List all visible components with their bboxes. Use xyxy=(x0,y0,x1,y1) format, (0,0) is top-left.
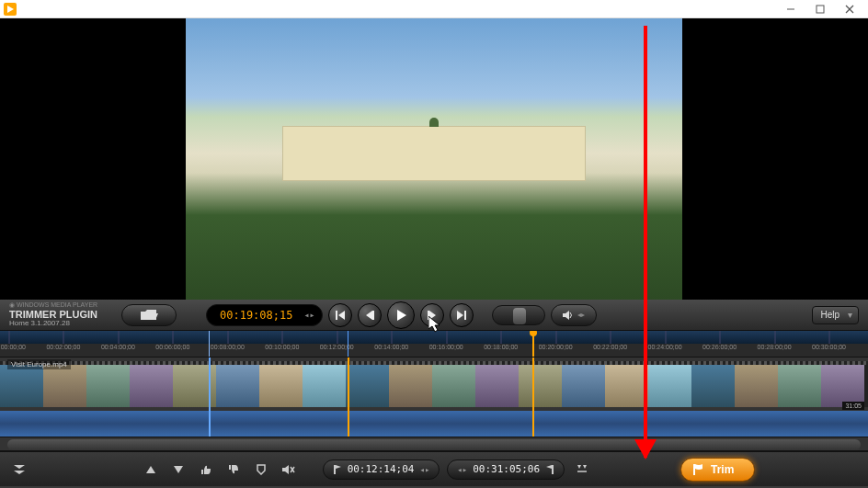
ruler-tick: 00:22:00;00 xyxy=(593,344,627,350)
audio-waveform xyxy=(0,411,868,437)
svg-rect-24 xyxy=(552,465,554,474)
ruler-tick: 00:02:00;00 xyxy=(46,344,80,350)
svg-marker-6 xyxy=(338,311,345,320)
svg-rect-10 xyxy=(428,311,429,320)
trim-button[interactable]: Trim xyxy=(680,458,755,482)
svg-marker-19 xyxy=(282,465,289,474)
timeline-ruler[interactable]: 00:00:00;0000:02:00;0000:04:00;0000:06:0… xyxy=(0,330,868,357)
svg-marker-18 xyxy=(174,466,183,473)
ruler-tick: 00:08:00;00 xyxy=(211,344,245,350)
menu-toggle-button[interactable] xyxy=(9,460,29,480)
ruler-tick: 00:24:00;00 xyxy=(648,344,682,350)
ruler-tick: 00:10:00;00 xyxy=(265,344,299,350)
filmstrip-track[interactable]: Visit Europe.mp4 31:05 xyxy=(0,357,868,437)
goto-start-button[interactable] xyxy=(328,303,352,327)
svg-rect-22 xyxy=(334,465,336,474)
filmstrip-thumbnail[interactable] xyxy=(389,365,432,411)
step-forward-button[interactable] xyxy=(420,303,444,327)
open-file-button[interactable] xyxy=(121,304,177,326)
svg-marker-27 xyxy=(583,465,587,469)
svg-rect-13 xyxy=(464,311,466,320)
filmstrip-thumbnail[interactable] xyxy=(130,365,173,411)
product-label: ◉ WINDOWS MEDIA PLAYER TRIMMER PLUGIN Ho… xyxy=(9,301,110,328)
video-frame xyxy=(186,18,682,300)
clear-markers-button[interactable] xyxy=(572,460,592,480)
total-duration-label: 31:05 xyxy=(842,402,864,410)
in-point-marker[interactable] xyxy=(209,357,211,437)
mute-button[interactable] xyxy=(279,460,299,480)
minimize-button[interactable] xyxy=(776,0,805,18)
help-dropdown[interactable]: Help xyxy=(812,306,859,324)
thumbs-up-button[interactable] xyxy=(196,460,216,480)
filmstrip-thumbnail[interactable] xyxy=(86,365,130,411)
svg-marker-7 xyxy=(366,311,372,320)
scrollbar-thumb[interactable] xyxy=(7,439,861,450)
out-flag-icon xyxy=(545,465,554,474)
filmstrip-thumbnail[interactable] xyxy=(648,365,691,411)
filmstrip-thumbnail[interactable] xyxy=(432,365,475,411)
svg-rect-8 xyxy=(372,311,374,320)
filmstrip-thumbnail[interactable] xyxy=(43,365,86,411)
in-point-timecode[interactable]: 00:12:14;04 ◂▸ xyxy=(323,460,440,480)
ruler-tick: 00:26:00;00 xyxy=(702,344,737,350)
ruler-tick: 00:30:00;00 xyxy=(812,344,846,350)
svg-marker-15 xyxy=(14,465,25,469)
timecode-stepper-icon[interactable]: ◂▸ xyxy=(303,310,314,320)
filmstrip-thumbnail[interactable] xyxy=(562,365,605,411)
out-tc-value: 00:31:05;06 xyxy=(473,463,540,475)
timeline-scrollbar[interactable] xyxy=(0,437,868,451)
product-line1: WINDOWS MEDIA PLAYER xyxy=(17,301,97,308)
filmstrip-thumbnail[interactable] xyxy=(778,365,821,411)
ruler-out-marker[interactable] xyxy=(532,331,534,357)
filmstrip-thumbnail[interactable] xyxy=(259,365,303,411)
svg-rect-5 xyxy=(336,311,337,320)
playback-controls: ◉ WINDOWS MEDIA PLAYER TRIMMER PLUGIN Ho… xyxy=(0,300,868,330)
play-button[interactable] xyxy=(387,301,415,329)
filmstrip-thumbnail[interactable] xyxy=(475,365,519,411)
svg-marker-25 xyxy=(546,465,552,469)
ruler-tick: 00:04:00;00 xyxy=(101,344,135,350)
ruler-tick: 00:12:00;00 xyxy=(320,344,354,350)
product-version: Home 3.1.2007.28 xyxy=(9,320,110,328)
video-preview-area xyxy=(0,18,868,300)
volume-button[interactable]: ◂▸ xyxy=(551,304,597,326)
marker-button[interactable] xyxy=(251,460,271,480)
ruler-tick: 00:20:00;00 xyxy=(539,344,573,350)
filmstrip-thumbnail[interactable] xyxy=(605,365,648,411)
out-point-timecode[interactable]: ◂▸ 00:31:05;06 xyxy=(447,460,565,480)
trim-label: Trim xyxy=(711,463,734,476)
ruler-tick: 00:16:00;00 xyxy=(429,344,463,350)
zoom-out-button[interactable] xyxy=(168,460,188,480)
svg-rect-2 xyxy=(817,6,824,13)
playhead-line[interactable] xyxy=(348,357,349,437)
close-button[interactable] xyxy=(835,0,864,18)
ruler-tick: 00:00:00;00 xyxy=(0,344,26,350)
filmstrip-thumbnail[interactable] xyxy=(519,365,562,411)
svg-marker-16 xyxy=(14,471,25,474)
thumbs-down-button[interactable] xyxy=(223,460,244,480)
goto-end-button[interactable] xyxy=(450,303,474,327)
titlebar xyxy=(0,0,868,18)
ruler-in-marker[interactable] xyxy=(209,331,210,357)
ruler-tick: 00:14:00;00 xyxy=(374,344,408,350)
in-tc-value: 00:12:14;04 xyxy=(348,463,415,475)
filmstrip-thumbnail[interactable] xyxy=(691,365,735,411)
app-icon xyxy=(4,3,17,16)
step-back-button[interactable] xyxy=(358,303,382,327)
out-point-marker[interactable] xyxy=(532,357,534,437)
svg-marker-0 xyxy=(7,6,14,13)
timecode-display[interactable]: 00:19:08;15 ◂▸ xyxy=(206,304,323,326)
speed-slider[interactable] xyxy=(492,305,545,325)
ruler-playhead[interactable] xyxy=(348,331,348,357)
zoom-in-button[interactable] xyxy=(141,460,161,480)
svg-marker-17 xyxy=(146,466,155,473)
filmstrip-thumbnail[interactable] xyxy=(303,365,346,411)
ruler-tick: 00:28:00;00 xyxy=(758,344,792,350)
maximize-button[interactable] xyxy=(805,0,835,18)
filmstrip-thumbnail[interactable] xyxy=(346,365,389,411)
svg-marker-26 xyxy=(577,465,581,469)
svg-marker-9 xyxy=(397,310,406,321)
filmstrip-thumbnail[interactable] xyxy=(216,365,259,411)
filmstrip-thumbnail[interactable] xyxy=(0,365,43,411)
filmstrip-thumbnail[interactable] xyxy=(735,365,778,411)
